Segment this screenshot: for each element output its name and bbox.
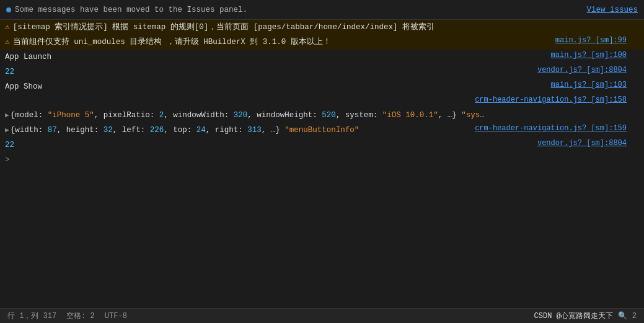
notification-message: Some messages have been moved to the Iss… <box>6 6 247 14</box>
log-source-link[interactable]: crm-header-navigation.js? [sm]:159 <box>475 124 627 133</box>
view-issues-link[interactable]: View issues <box>586 6 638 14</box>
log-line: ▶{model: "iPhone 5", pixelRatio: 2, wind… <box>0 108 644 123</box>
console-container: Some messages have been moved to the Iss… <box>0 0 644 323</box>
log-source-link[interactable]: main.js? [sm]:100 <box>551 51 627 60</box>
log-content: ▶{model: "iPhone 5", pixelRatio: 2, wind… <box>5 109 644 122</box>
log-line: ⚠[sitemap 索引情况提示] 根据 sitemap 的规则[0]，当前页面… <box>0 20 644 35</box>
status-left: 行 1，列 317 空格: 2 UTF-8 <box>7 311 127 321</box>
console-log-area: ⚠[sitemap 索引情况提示] 根据 sitemap 的规则[0]，当前页面… <box>0 20 644 308</box>
status-number: 2 <box>632 312 637 321</box>
cursor-position: 行 1，列 317 <box>7 311 56 321</box>
log-content: App Launch <box>5 51 644 63</box>
log-line: 22vendor.js? [sm]:8804 <box>0 138 644 153</box>
status-right: CSDN @心宽路阔走天下 🔍 2 <box>534 311 637 321</box>
indent-info: 空格: 2 <box>66 311 95 321</box>
log-content: 当前组件仅支持 uni_modules 目录结构 ，请升级 HBuilderX … <box>13 36 644 48</box>
log-source-link[interactable]: main.js? [sm]:103 <box>551 81 627 89</box>
status-icon: 🔍 <box>618 311 627 321</box>
log-source-link[interactable]: main.js? [sm]:99 <box>555 36 627 45</box>
log-line: 22vendor.js? [sm]:8804 <box>0 64 644 79</box>
status-bar: 行 1，列 317 空格: 2 UTF-8 CSDN @心宽路阔走天下 🔍 2 <box>0 308 644 323</box>
warning-icon: ⚠ <box>5 37 10 46</box>
prompt-line: > <box>0 153 644 166</box>
prompt-char: > <box>5 155 10 164</box>
notification-bar: Some messages have been moved to the Iss… <box>0 0 644 20</box>
log-source-link[interactable]: crm-header-navigation.js? [sm]:158 <box>475 95 627 104</box>
log-content: App Show <box>5 81 644 93</box>
log-line: ⚠当前组件仅支持 uni_modules 目录结构 ，请升级 HBuilderX… <box>0 35 644 50</box>
log-source-link[interactable]: vendor.js? [sm]:8804 <box>537 66 627 74</box>
log-source-link[interactable]: vendor.js? [sm]:8804 <box>537 139 627 148</box>
encoding-info: UTF-8 <box>105 312 127 321</box>
warning-icon: ⚠ <box>5 22 10 32</box>
notification-dot <box>6 7 11 12</box>
brand-text: CSDN @心宽路阔走天下 <box>534 311 613 321</box>
log-content: [sitemap 索引情况提示] 根据 sitemap 的规则[0]，当前页面 … <box>13 21 644 33</box>
log-line: App Showmain.js? [sm]:103 <box>0 79 644 94</box>
log-line: crm-header-navigation.js? [sm]:158 <box>0 94 644 108</box>
log-line: App Launchmain.js? [sm]:100 <box>0 50 644 64</box>
log-line: ▶{width: 87, height: 32, left: 226, top:… <box>0 123 644 138</box>
notification-text: Some messages have been moved to the Iss… <box>15 6 247 14</box>
